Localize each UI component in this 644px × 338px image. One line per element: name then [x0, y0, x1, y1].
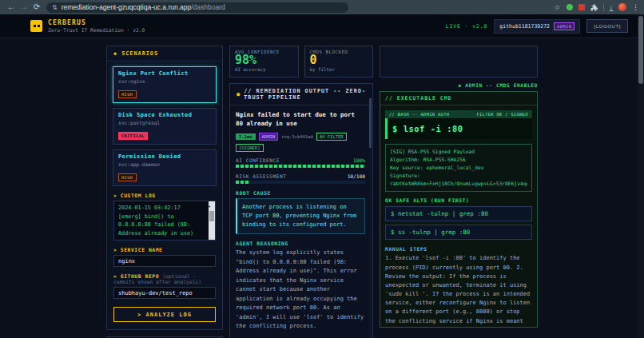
extension-green-icon[interactable]	[566, 4, 573, 10]
scenario-card-nginx-port-conflict[interactable]: Nginx Port Conflict svc:nginx HIGH	[113, 66, 217, 103]
latency-badge: 7.1ms	[236, 133, 256, 140]
app-title: CERBERUS	[48, 19, 145, 26]
terminal-status-label: FILTER OK / SIGNED	[476, 112, 528, 117]
stats-row: AVG CONFIDENCE 98% AI accuracy CMDS BLOC…	[229, 46, 373, 78]
stat-card-avg-confidence: AVG CONFIDENCE 98% AI accuracy	[229, 46, 299, 78]
service-name-label: > SERVICE NAME	[113, 247, 216, 253]
scrollbar-thumb[interactable]	[369, 98, 372, 148]
user-chip[interactable]: github1181739272 ADMIN	[494, 19, 580, 34]
confidence-percent: 100%	[353, 157, 365, 163]
stat-card-empty	[380, 46, 538, 78]
diamond-icon: ◆	[113, 50, 117, 57]
left-sidebar: ◆ SCENARIOS Nginx Port Conflict svc:ngin…	[106, 46, 223, 338]
scenario-card-permission-denied[interactable]: Permission Denied svc:app-daemon HIGH	[113, 149, 217, 186]
page-scrollbar[interactable]	[638, 14, 644, 338]
role-badge: ADMIN	[259, 133, 279, 141]
alt-command-netstat[interactable]: $ netstat -tulnp | grep :80	[385, 206, 532, 221]
app-subtitle: Zero-Trust IT Remediation · v2.0	[48, 27, 145, 33]
browser-toolbar: ← → ⟳ ⇅ remediation-agent-gzuqcqtiqa-uc.…	[0, 0, 644, 14]
agent-reasoning-text: The system log explicitly states "bind()…	[236, 249, 365, 332]
primary-command[interactable]: $ lsof -i :80	[385, 118, 532, 139]
confidence-meter-labels: AI CONFIDENCE 100%	[236, 157, 365, 163]
site-info-icon[interactable]: ⇅	[52, 4, 58, 11]
request-id: req:3cb441ad	[281, 134, 313, 139]
terminal-shell-label: // BASH -- ADMIN AUTH	[389, 112, 449, 117]
logout-button[interactable]: [LOGOUT]	[586, 19, 628, 33]
manual-steps-label: MANUAL STEPS	[385, 246, 532, 252]
scroll-up-icon[interactable]: ▲	[209, 204, 210, 208]
scrollbar-thumb[interactable]	[209, 211, 214, 221]
toolbar-divider	[603, 3, 604, 11]
profile-avatar[interactable]	[618, 3, 626, 11]
reload-icon[interactable]: ⟳	[30, 0, 43, 14]
address-bar[interactable]: ⇅ remediation-agent-gzuqcqtiqa-uc.a.run.…	[46, 2, 348, 13]
downloads-icon[interactable]: ↓	[610, 4, 614, 11]
analyze-log-button[interactable]: > ANALYZE LOG	[113, 307, 216, 322]
cerberus-logo	[30, 20, 42, 32]
extensions-puzzle-icon[interactable]	[590, 4, 598, 11]
live-status: LIVE · v2.0	[446, 23, 488, 29]
executable-cmd-body: // BASH -- ADMIN AUTH FILTER OK / SIGNED…	[380, 105, 537, 328]
brand: CERBERUS Zero-Trust IT Remediation · v2.…	[48, 19, 145, 33]
github-repo-label: > GITHUB REPO (optional - commits shown …	[113, 273, 216, 284]
remediation-output-panel: ● // REMEDIATION OUTPUT -- ZERO-TRUST PI…	[229, 83, 373, 338]
header-right: LIVE · v2.0 github1181739272 ADMIN [LOGO…	[446, 19, 628, 34]
signed-badge: [SIGNED]	[236, 144, 264, 152]
command-column: ◆ ADMIN -- CMDS ENABLED // EXECUTABLE CM…	[380, 46, 538, 338]
scenarios-panel-title: ◆ SCENARIOS	[107, 46, 222, 62]
panel-scrollbar[interactable]	[369, 98, 372, 338]
pipeline-badges: 7.1ms ADMIN req:3cb441ad AH FILTER [SIGN…	[236, 133, 365, 152]
custom-log-label: > CUSTOM LOG	[113, 193, 216, 198]
admin-role-badge: ADMIN	[554, 22, 574, 30]
custom-log-textarea[interactable]: 2024-01-15 03:42:17 [emerg] bind() to 0.…	[113, 201, 216, 241]
signature-value: rabtKetWR8km+FxHj18Ch/OnumLugwp+LG+53r8E…	[390, 180, 527, 188]
signature-line: Signature:	[390, 172, 527, 180]
executable-cmd-title: // EXECUTABLE CMD	[380, 92, 537, 105]
back-icon[interactable]: ←	[5, 0, 18, 14]
signature-line: Algorithm: RSA-PSS-SHA256	[390, 156, 527, 164]
risk-bar	[236, 181, 365, 184]
stat-card-cmds-blocked: CMDS BLOCKED 0 by filter	[304, 46, 374, 78]
dashboard-content: ◆ SCENARIOS Nginx Port Conflict svc:ngin…	[106, 38, 538, 338]
alt-command-ss[interactable]: $ ss -tulnp | grep :80	[385, 225, 532, 240]
url-text: remediation-agent-gzuqcqtiqa-uc.a.run.ap…	[62, 3, 225, 11]
agent-reasoning-label: AGENT REASONING	[236, 241, 365, 246]
root-cause-label: ROOT CAUSE	[236, 190, 365, 196]
status-dot-icon: ●	[237, 91, 241, 97]
remediation-output-title: ● // REMEDIATION OUTPUT -- ZERO-TRUST PI…	[230, 84, 372, 105]
forward-icon[interactable]: →	[18, 0, 30, 14]
signature-line: Key source: ephemeral_local_dev	[390, 164, 527, 172]
confidence-bar	[236, 165, 365, 168]
severity-badge: HIGH	[118, 173, 137, 181]
terminal-header: // BASH -- ADMIN AUTH FILTER OK / SIGNED	[385, 110, 532, 118]
filter-badge: AH FILTER	[316, 133, 347, 141]
admin-cmds-status: ◆ ADMIN -- CMDS ENABLED	[380, 82, 538, 88]
extension-red-icon[interactable]	[578, 4, 585, 10]
signature-line: [SIG] RSA-PSS Signed Payload	[390, 148, 527, 156]
username: github1181739272	[499, 23, 550, 30]
github-repo-input[interactable]	[113, 287, 216, 299]
scenario-card-disk-space-exhausted[interactable]: Disk Space Exhausted svc:postgresql CRIT…	[113, 108, 217, 145]
browser-menu-icon[interactable]: ⋮	[632, 3, 639, 11]
root-cause-box: Another process is listening on TCP port…	[236, 198, 365, 235]
app-header: CERBERUS Zero-Trust IT Remediation · v2.…	[0, 14, 644, 38]
textarea-scrollbar[interactable]: ▲	[209, 201, 215, 240]
scrollbar-thumb[interactable]	[638, 16, 643, 84]
incident-summary: Nginx failed to start due to port 80 alr…	[236, 110, 365, 129]
risk-meter-labels: RISK ASSESSMENT 10/100	[236, 173, 365, 179]
service-name-input[interactable]	[113, 255, 216, 267]
remediation-output-body: Nginx failed to start due to port 80 alr…	[230, 105, 372, 338]
manual-steps-text: 1. Execute 'lsof -i :80' to identify the…	[385, 254, 532, 328]
bookmark-star-icon[interactable]: ☆	[554, 3, 560, 11]
confidence-value: 98%	[235, 54, 293, 67]
signature-box: [SIG] RSA-PSS Signed Payload Algorithm: …	[385, 144, 532, 192]
safe-alts-label: OK SAFE ALTS (RUN FIRST)	[385, 197, 532, 203]
output-column: AVG CONFIDENCE 98% AI accuracy CMDS BLOC…	[229, 46, 373, 338]
severity-badge: HIGH	[118, 90, 137, 98]
blocked-value: 0	[310, 54, 368, 67]
scenarios-panel: ◆ SCENARIOS Nginx Port Conflict svc:ngin…	[106, 46, 223, 330]
executable-cmd-panel: // EXECUTABLE CMD // BASH -- ADMIN AUTH …	[380, 91, 538, 328]
browser-actions: ☆ ↓ ⋮	[554, 0, 639, 14]
risk-score: 10/100	[348, 173, 365, 179]
severity-badge: CRITICAL	[118, 132, 148, 140]
